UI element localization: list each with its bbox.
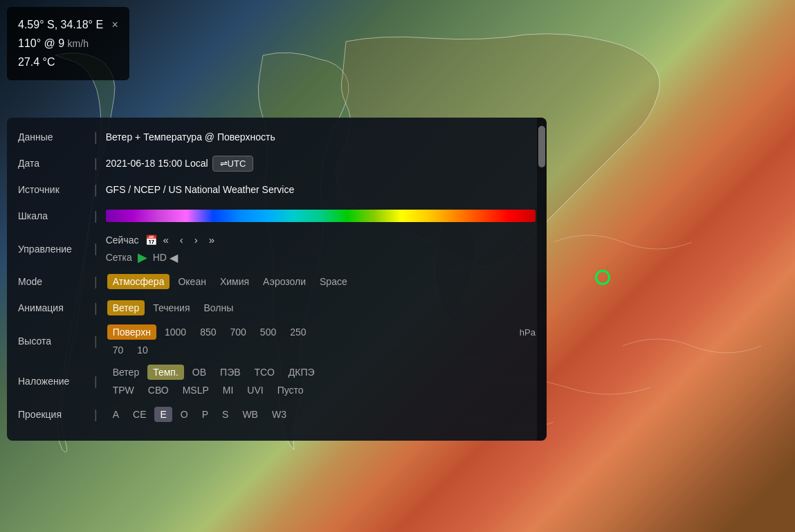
scrollbar[interactable] — [537, 118, 547, 441]
color-scale — [106, 210, 536, 222]
wind-value: 110° @ 9 — [18, 37, 64, 49]
proj-a[interactable]: A — [107, 407, 125, 422]
coordinates-text: 4.59° S, 34.18° E — [18, 19, 103, 30]
utc-button[interactable]: ⇌UTC — [212, 156, 254, 172]
overlay-row1: Ветер Темп. ОВ ПЭВ ТСО ДКПЭ — [106, 365, 322, 380]
height-850[interactable]: 850 — [194, 324, 221, 340]
data-row: Данные | Ветер + Температура @ Поверхнос… — [18, 127, 536, 147]
location-button[interactable]: ◀ — [170, 251, 178, 264]
proj-p[interactable]: P — [197, 407, 214, 422]
proj-wb[interactable]: WB — [237, 407, 264, 422]
overlay-tco[interactable]: ТСО — [249, 365, 280, 380]
height-10[interactable]: 10 — [131, 342, 154, 358]
data-label: Данные — [18, 131, 94, 143]
overlay-temp[interactable]: Темп. — [147, 365, 184, 380]
height-700[interactable]: 700 — [224, 324, 251, 340]
map-marker — [595, 270, 610, 285]
overlay-mslp[interactable]: MSLP — [177, 383, 214, 398]
temp-unit: °C — [43, 56, 55, 68]
grid-label: Сетка — [106, 252, 132, 263]
tooltip-box: 4.59° S, 34.18° E × 110° @ 9 km/h 27.4 °… — [7, 7, 129, 80]
source-row: Источник | GFS / NCEP / US National Weat… — [18, 180, 536, 199]
height-500[interactable]: 500 — [255, 324, 282, 340]
proj-ce[interactable]: CE — [127, 407, 152, 422]
overlay-pev[interactable]: ПЭВ — [214, 365, 246, 380]
overlay-ov[interactable]: ОВ — [187, 365, 212, 380]
date-row: Дата | 2021-06-18 15:00 Local ⇌UTC — [18, 154, 536, 173]
scrollbar-thumb[interactable] — [538, 126, 545, 167]
control-panel: Данные | Ветер + Температура @ Поверхнос… — [7, 118, 547, 441]
anim-currents[interactable]: Течения — [147, 300, 195, 315]
height-row2: 70 10 — [106, 342, 536, 358]
tooltip-coordinates: 4.59° S, 34.18° E × — [18, 15, 118, 34]
anim-wind[interactable]: Ветер — [107, 300, 145, 315]
calendar-icon[interactable]: 📅 — [145, 235, 157, 246]
height-row: Высота | Поверхн 1000 850 700 500 250 hP… — [18, 324, 536, 358]
overlay-row: Наложение | Ветер Темп. ОВ ПЭВ ТСО ДКПЭ … — [18, 365, 536, 398]
control-row: Управление | Сейчас 📅 « ‹ › » Сетка ▶ HD… — [18, 232, 536, 265]
overlay-dkpe[interactable]: ДКПЭ — [283, 365, 320, 380]
proj-o[interactable]: O — [175, 407, 194, 422]
next-button[interactable]: › — [190, 232, 202, 247]
overlay-label: Наложение — [18, 376, 94, 387]
prev-prev-button[interactable]: « — [158, 232, 172, 247]
proj-w3[interactable]: W3 — [266, 407, 292, 422]
temp-value: 27.4 — [18, 56, 39, 68]
close-button[interactable]: × — [112, 19, 118, 30]
next-next-button[interactable]: » — [205, 232, 219, 247]
overlay-none[interactable]: Пусто — [272, 383, 309, 398]
height-row1: Поверхн 1000 850 700 500 250 hPa — [106, 324, 536, 340]
overlay-tpw[interactable]: TPW — [107, 383, 140, 398]
hd-button[interactable]: HD — [153, 252, 167, 263]
mode-space[interactable]: Space — [314, 274, 353, 289]
height-70[interactable]: 70 — [107, 342, 129, 358]
overlay-svo[interactable]: СВО — [143, 383, 174, 398]
tooltip-wind: 110° @ 9 km/h — [18, 34, 118, 53]
overlay-uvi[interactable]: UVI — [241, 383, 268, 398]
overlay-mi[interactable]: MI — [217, 383, 239, 398]
proj-s[interactable]: S — [217, 407, 234, 422]
data-value: Ветер + Температура @ Поверхность — [106, 131, 275, 143]
play-button[interactable]: ▶ — [138, 250, 147, 265]
animation-row: Анимация | Ветер Течения Волны — [18, 298, 536, 318]
prev-button[interactable]: ‹ — [176, 232, 188, 247]
height-1000[interactable]: 1000 — [159, 324, 192, 340]
projection-label: Проекция — [18, 409, 94, 420]
now-button[interactable]: Сейчас — [106, 235, 139, 246]
projection-row: Проекция | A CE E O P S WB W3 — [18, 405, 536, 424]
source-value: GFS / NCEP / US National Weather Service — [106, 184, 295, 195]
height-surface[interactable]: Поверхн — [107, 324, 156, 340]
date-label: Дата — [18, 158, 94, 169]
hpa-label: hPa — [520, 327, 536, 338]
date-value: 2021-06-18 15:00 Local — [106, 158, 208, 169]
scale-label: Шкала — [18, 210, 94, 221]
overlay-wind[interactable]: Ветер — [107, 365, 145, 380]
scale-row: Шкала | — [18, 206, 536, 226]
height-250[interactable]: 250 — [284, 324, 311, 340]
wind-unit: km/h — [68, 38, 89, 49]
mode-atmosphere[interactable]: Атмосфера — [107, 274, 170, 289]
control-label: Управление — [18, 244, 94, 255]
animation-label: Анимация — [18, 302, 94, 313]
playback-controls: Сетка ▶ HD ◀ — [106, 250, 220, 265]
overlay-row2: TPW СВО MSLP MI UVI Пусто — [106, 383, 322, 398]
mode-row: Mode | Атмосфера Океан Химия Аэрозоли Sp… — [18, 272, 536, 291]
tooltip-temperature: 27.4 °C — [18, 53, 118, 71]
time-controls: Сейчас 📅 « ‹ › » — [106, 232, 220, 247]
mode-chemistry[interactable]: Химия — [214, 274, 255, 289]
mode-aerosols[interactable]: Аэрозоли — [257, 274, 311, 289]
anim-waves[interactable]: Волны — [199, 300, 239, 315]
source-label: Источник — [18, 184, 94, 195]
height-label: Высота — [18, 336, 94, 347]
mode-ocean[interactable]: Океан — [172, 274, 211, 289]
mode-label: Mode — [18, 276, 94, 287]
proj-e[interactable]: E — [154, 407, 172, 422]
